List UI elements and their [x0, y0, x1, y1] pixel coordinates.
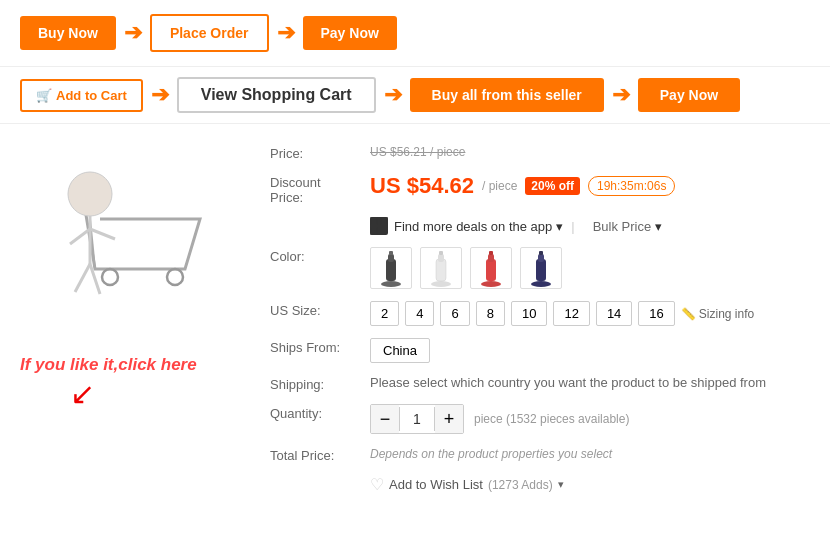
size-options: 2 4 6 8 10 12 14 16 📏 Sizing info: [370, 301, 815, 326]
ships-from-value: China: [370, 338, 815, 363]
svg-rect-18: [381, 232, 383, 234]
quantity-control-row: − 1 + piece (1532 pieces available): [370, 404, 815, 434]
product-image-column: If you like it,click here ↙: [10, 134, 260, 506]
click-here-text: If you like it,click here: [10, 354, 197, 376]
svg-line-7: [70, 229, 90, 244]
shipping-value: Please select which country you want the…: [370, 375, 815, 390]
svg-point-31: [531, 281, 551, 287]
shipping-label: Shipping:: [270, 375, 370, 392]
size-btn-14[interactable]: 14: [596, 301, 632, 326]
ruler-icon: 📏: [681, 307, 696, 321]
color-label: Color:: [270, 247, 370, 264]
svg-rect-22: [389, 251, 393, 255]
pay-now-top-button[interactable]: Pay Now: [303, 16, 397, 50]
size-btn-4[interactable]: 4: [405, 301, 434, 326]
color-swatch-2[interactable]: [420, 247, 462, 289]
buy-all-from-seller-button[interactable]: Buy all from this seller: [410, 78, 604, 112]
size-btn-16[interactable]: 16: [638, 301, 674, 326]
cart-action-bar: 🛒 Add to Cart ➔ View Shopping Cart ➔ Buy…: [0, 67, 830, 124]
svg-rect-32: [536, 259, 546, 281]
size-label: US Size:: [270, 301, 370, 318]
discount-badge: 20% off: [525, 177, 580, 195]
svg-line-6: [90, 229, 115, 239]
quantity-available: piece (1532 pieces available): [474, 412, 629, 426]
wish-count: (1273 Adds): [488, 478, 553, 492]
svg-rect-17: [385, 228, 387, 230]
svg-rect-15: [373, 230, 375, 232]
svg-rect-29: [488, 254, 494, 262]
price-per-unit: / piece: [482, 179, 517, 193]
arrow-down-icon: ↙: [70, 376, 95, 411]
size-btn-10[interactable]: 10: [511, 301, 547, 326]
svg-rect-34: [539, 251, 543, 255]
wish-list-button[interactable]: Add to Wish List: [389, 477, 483, 492]
svg-point-19: [381, 281, 401, 287]
quantity-stepper: − 1 +: [370, 404, 464, 434]
cart-icon: 🛒: [36, 88, 52, 103]
color-swatch-3[interactable]: [470, 247, 512, 289]
quantity-decrease-button[interactable]: −: [371, 405, 399, 433]
countdown-timer: 19h:35m:06s: [588, 176, 675, 196]
svg-rect-28: [486, 259, 496, 281]
sizing-info-link[interactable]: 📏 Sizing info: [681, 307, 754, 321]
size-btn-2[interactable]: 2: [370, 301, 399, 326]
quantity-increase-button[interactable]: +: [435, 405, 463, 433]
deals-dropdown[interactable]: ▾: [556, 219, 563, 234]
quantity-label: Quantity:: [270, 404, 370, 421]
svg-rect-11: [373, 220, 375, 222]
svg-point-4: [68, 172, 112, 216]
arrow-icon-1: ➔: [124, 20, 142, 46]
place-order-button[interactable]: Place Order: [150, 14, 269, 52]
size-row: US Size: 2 4 6 8 10 12 14 16 📏 Sizing in…: [270, 301, 815, 326]
ships-from-row: Ships From: China: [270, 338, 815, 363]
view-shopping-cart-button[interactable]: View Shopping Cart: [177, 77, 376, 113]
add-to-cart-button[interactable]: 🛒 Add to Cart: [20, 79, 143, 112]
deals-text[interactable]: Find more deals on the app: [394, 219, 552, 234]
svg-point-27: [481, 281, 501, 287]
svg-rect-25: [438, 254, 444, 262]
discount-value: US $54.62 / piece 20% off 19h:35m:06s: [370, 173, 815, 199]
svg-rect-24: [436, 259, 446, 281]
svg-rect-21: [388, 254, 394, 262]
svg-rect-33: [538, 254, 544, 262]
svg-rect-26: [439, 251, 443, 255]
arrow-icon-5: ➔: [612, 82, 630, 108]
svg-line-9: [75, 264, 90, 292]
svg-rect-30: [489, 251, 493, 255]
arrow-icon-2: ➔: [277, 20, 295, 46]
product-image: [10, 144, 230, 344]
svg-point-23: [431, 281, 451, 287]
qr-icon: [370, 217, 388, 235]
buy-now-button[interactable]: Buy Now: [20, 16, 116, 50]
deals-row: Find more deals on the app ▾ | Bulk Pric…: [270, 217, 815, 235]
size-btn-6[interactable]: 6: [440, 301, 469, 326]
pay-now-cart-button[interactable]: Pay Now: [638, 78, 740, 112]
add-to-cart-label: Add to Cart: [56, 88, 127, 103]
discount-label: DiscountPrice:: [270, 173, 370, 205]
discount-price: US $54.62: [370, 173, 474, 199]
total-price-row: Total Price: Depends on the product prop…: [270, 446, 815, 463]
bulk-price-link[interactable]: Bulk Price: [593, 219, 652, 234]
wish-list-dropdown[interactable]: ▾: [558, 478, 564, 491]
total-price-value: Depends on the product properties you se…: [370, 446, 815, 461]
product-area: If you like it,click here ↙ Price: US $5…: [0, 124, 830, 516]
color-swatch-4[interactable]: [520, 247, 562, 289]
color-swatch-1[interactable]: [370, 247, 412, 289]
shipping-text: Please select which country you want the…: [370, 375, 766, 390]
size-btn-12[interactable]: 12: [553, 301, 589, 326]
svg-rect-13: [383, 220, 385, 222]
shipping-row: Shipping: Please select which country yo…: [270, 375, 815, 392]
size-btn-8[interactable]: 8: [476, 301, 505, 326]
svg-rect-20: [386, 259, 396, 281]
bulk-dropdown[interactable]: ▾: [655, 219, 662, 234]
heart-icon: ♡: [370, 475, 384, 494]
arrow-icon-4: ➔: [384, 82, 402, 108]
cart-illustration: [15, 149, 225, 339]
arrow-icon-3: ➔: [151, 82, 169, 108]
ships-from-label: Ships From:: [270, 338, 370, 355]
ships-from-button[interactable]: China: [370, 338, 430, 363]
original-price: US $56.21 / piece: [370, 145, 465, 159]
price-label: Price:: [270, 144, 370, 161]
color-row: Color:: [270, 247, 815, 289]
total-price-text: Depends on the product properties you se…: [370, 447, 612, 461]
